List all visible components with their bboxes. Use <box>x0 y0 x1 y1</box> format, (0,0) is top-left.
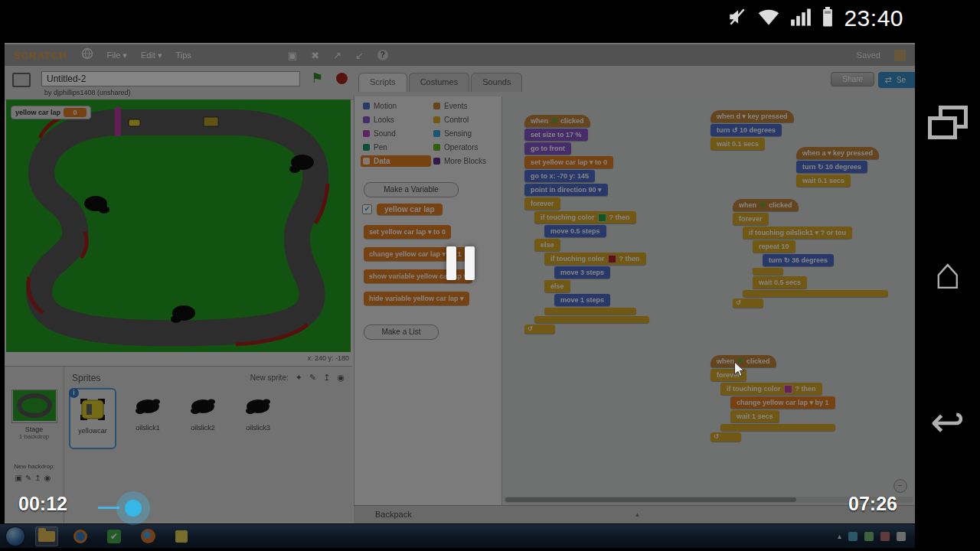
home-button[interactable]: ⌂ <box>915 251 980 295</box>
taskbar-folder-button[interactable] <box>35 527 58 546</box>
category-motion[interactable]: Motion <box>361 100 431 112</box>
script-block[interactable]: wait 0.1 secs <box>796 174 851 187</box>
script-block[interactable] <box>753 268 783 275</box>
backpack-collapse-icon[interactable]: ▲ <box>635 511 641 518</box>
pause-button[interactable] <box>446 246 475 280</box>
start-button[interactable] <box>6 527 24 546</box>
tab-costumes[interactable]: Costumes <box>409 73 470 92</box>
script-block[interactable]: ↺ <box>710 432 741 442</box>
script-block[interactable]: wait 1 secs <box>730 410 779 422</box>
make-variable-button[interactable]: Make a Variable <box>364 182 459 197</box>
duplicate-tool-icon[interactable]: ▣ <box>288 50 297 61</box>
palette-block[interactable]: set yellow car lap ▾ to 0 <box>364 225 451 239</box>
paint-sprite-icon[interactable]: ✎ <box>309 373 316 383</box>
script-block[interactable]: go to front <box>524 142 571 155</box>
taskbar-firefox-button[interactable] <box>136 527 159 546</box>
script-block[interactable]: change yellow car lap ▾ by 1 <box>730 396 835 409</box>
hat-block[interactable]: when⚑clicked <box>524 115 590 127</box>
sprite-card-oilslick2[interactable]: oilslick2 <box>179 388 227 449</box>
scrollbar-thumb[interactable] <box>505 497 796 502</box>
green-flag-button[interactable]: ⚑ <box>311 70 323 86</box>
script-block[interactable]: forever <box>710 369 746 381</box>
tray-icon-2[interactable] <box>864 532 874 541</box>
menu-file[interactable]: File ▾ <box>107 51 127 60</box>
script-stack[interactable]: when⚑clickedset size to 17 %go to fronts… <box>524 113 649 334</box>
tray-icon-1[interactable] <box>848 532 858 541</box>
script-stack[interactable]: when d ▾ key pressedturn ↺ 10 degreeswai… <box>710 109 794 150</box>
delete-tool-icon[interactable]: ✖ <box>311 50 319 61</box>
tab-sounds[interactable]: Sounds <box>471 73 522 92</box>
variable-checkbox[interactable]: ✔ <box>362 204 372 214</box>
stage-size-toggle-icon[interactable] <box>12 73 31 87</box>
script-block[interactable]: else <box>544 280 570 292</box>
hat-block[interactable]: when d ▾ key pressed <box>710 110 794 122</box>
language-globe-icon[interactable] <box>81 47 93 63</box>
tray-expand-icon[interactable]: ▴ <box>838 532 841 540</box>
script-block[interactable]: set yellow car lap ▾ to 0 <box>524 156 613 168</box>
tray-icon-3[interactable] <box>880 532 890 541</box>
script-block[interactable]: else <box>534 239 560 251</box>
script-block[interactable]: move 1 steps <box>554 294 610 306</box>
scripts-canvas[interactable]: − when⚑clickedset size to 17 %go to fron… <box>502 96 915 505</box>
backpack-bar[interactable]: Backpack ▲ <box>354 505 915 523</box>
category-sound[interactable]: Sound <box>361 128 431 139</box>
script-block[interactable]: wait 0.5 secs <box>753 276 807 289</box>
script-block[interactable]: ↺ <box>733 298 763 308</box>
stage-thumbnail[interactable] <box>11 390 57 423</box>
script-block[interactable] <box>534 316 649 323</box>
script-block[interactable]: ↺ <box>524 324 555 334</box>
stage-selector[interactable]: Stage 1 backdrop New backdrop: ▣✎↥◉ <box>5 367 64 523</box>
seek-handle[interactable] <box>116 491 150 525</box>
script-block[interactable]: repeat 10 <box>753 240 795 253</box>
category-operators[interactable]: Operators <box>431 142 498 153</box>
stage[interactable]: yellow car lap 0 <box>6 99 351 352</box>
canvas-scrollbar[interactable] <box>504 497 913 503</box>
script-block[interactable] <box>743 290 888 297</box>
script-block[interactable]: if touching color? then <box>720 383 822 395</box>
hat-block[interactable]: when a ▾ key pressed <box>796 147 879 159</box>
script-block[interactable]: wait 0.1 secs <box>710 138 765 150</box>
hat-block[interactable]: when⚑clicked <box>733 199 799 211</box>
script-block[interactable]: turn ↻ 36 degrees <box>763 254 834 266</box>
script-block[interactable]: move 3 steps <box>554 266 610 279</box>
sprite-card-oilslick3[interactable]: oilslick3 <box>234 388 282 449</box>
category-looks[interactable]: Looks <box>361 114 431 126</box>
script-block[interactable]: set size to 17 % <box>524 129 588 141</box>
category-data[interactable]: Data <box>361 155 431 167</box>
script-block[interactable] <box>720 424 835 431</box>
taskbar-media-player-button[interactable] <box>69 527 92 546</box>
zoom-control-icon[interactable]: − <box>893 479 907 493</box>
block-help-icon[interactable]: ? <box>377 50 388 60</box>
menu-tips[interactable]: Tips <box>175 51 191 60</box>
shrink-tool-icon[interactable]: ↙ <box>355 50 364 61</box>
taskbar-notes-button[interactable] <box>170 527 193 546</box>
tray-icon-4[interactable] <box>897 532 906 541</box>
sprite-info-icon[interactable]: i <box>69 388 79 398</box>
script-stack[interactable]: when⚑clickedforeverif touching color? th… <box>710 354 835 442</box>
video-player[interactable]: SCRATCH File ▾ Edit ▾ Tips ▣ ✖ ↗ ↙ ? Sav… <box>0 37 915 549</box>
recents-button[interactable] <box>915 106 980 139</box>
script-block[interactable]: if touching oilslick1 ▾ ? or tou <box>743 227 852 239</box>
script-block[interactable]: turn ↺ 10 degrees <box>710 124 782 136</box>
script-block[interactable]: if touching color? then <box>534 211 636 223</box>
script-block[interactable] <box>544 308 636 315</box>
script-block[interactable]: forever <box>733 213 769 225</box>
script-block[interactable]: forever <box>524 197 560 210</box>
script-block[interactable]: go to x: -70 y: 145 <box>524 170 595 182</box>
stop-button[interactable] <box>336 73 348 84</box>
new-backdrop-icons[interactable]: ▣✎↥◉ <box>5 474 64 482</box>
variable-monitor[interactable]: yellow car lap 0 <box>11 106 91 119</box>
back-button[interactable]: ↩ <box>915 401 980 442</box>
upload-sprite-icon[interactable]: ↥ <box>323 373 330 383</box>
variable-reporter[interactable]: yellow car lap <box>377 204 443 215</box>
taskbar-green-app-button[interactable]: ✔ <box>103 527 126 546</box>
palette-block[interactable]: hide variable yellow car lap ▾ <box>364 292 469 305</box>
menu-edit[interactable]: Edit ▾ <box>141 51 162 60</box>
script-block[interactable]: point in direction 90 ▾ <box>524 184 608 196</box>
user-icon[interactable] <box>894 50 906 61</box>
script-block[interactable]: if touching color? then <box>544 253 646 265</box>
sprite-card-oilslick1[interactable]: oilslick1 <box>124 388 172 449</box>
tab-scripts[interactable]: Scripts <box>358 73 407 92</box>
project-title-input[interactable] <box>41 71 300 86</box>
category-more-blocks[interactable]: More Blocks <box>431 155 498 167</box>
